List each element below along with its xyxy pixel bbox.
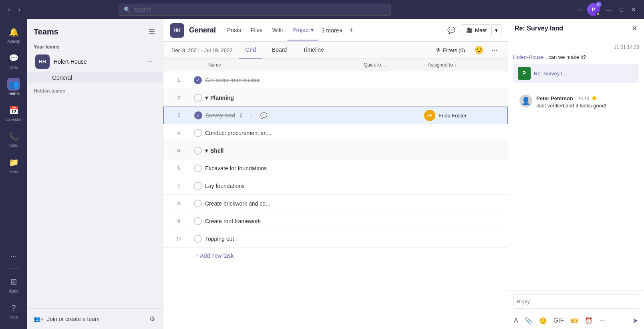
- panel-close-button[interactable]: ✕: [632, 24, 638, 33]
- help-icon: ?: [7, 301, 20, 314]
- reply-meta: Peter Peterson 16:13: [536, 95, 606, 102]
- table-row[interactable]: 6 Excavate for foundations: [163, 159, 508, 177]
- table-row[interactable]: 4 Conduct procurement an...: [163, 124, 508, 142]
- sidebar-item-teams[interactable]: 👥 Teams: [1, 75, 26, 99]
- sidebar-item-calendar[interactable]: 📅 Calendar: [1, 101, 26, 125]
- more-options-button[interactable]: ···: [489, 44, 500, 57]
- empty-check[interactable]: [194, 182, 202, 190]
- join-team-label: Join or create a team: [47, 316, 100, 322]
- gif-button[interactable]: GIF: [551, 315, 567, 326]
- view-tab-timeline[interactable]: Timeline: [296, 42, 330, 59]
- chat-panel-icon[interactable]: 💬: [445, 24, 458, 36]
- row-checkbox[interactable]: ✓: [191, 111, 205, 119]
- table-row[interactable]: 8 Create brickwork and co...: [163, 195, 508, 212]
- task-name: Lay foundations: [205, 183, 360, 189]
- row-checkbox[interactable]: [191, 164, 205, 172]
- empty-check[interactable]: [194, 200, 202, 208]
- schedule-button[interactable]: ⏰: [582, 315, 595, 326]
- team-more-button[interactable]: ···: [145, 57, 155, 66]
- sidebar-item-files[interactable]: 📁 Files: [1, 153, 26, 177]
- message-text: , can we make it?: [545, 54, 586, 60]
- sticker-button[interactable]: 🎫: [568, 315, 581, 326]
- search-input[interactable]: [134, 6, 386, 13]
- message-header: 11.01 14:38: [513, 43, 639, 53]
- table-row[interactable]: 2 ▾ Planning: [163, 89, 508, 107]
- more-toolbar-button[interactable]: ···: [597, 315, 607, 326]
- table-row[interactable]: 1 ✓ Get order from builder: [163, 71, 508, 89]
- emoji-button[interactable]: 🙂: [472, 43, 486, 57]
- tab-more[interactable]: 3 more ▾: [318, 21, 346, 40]
- meet-button[interactable]: 🎥 Meet: [461, 24, 492, 36]
- sidebar-menu-button[interactable]: ☰: [147, 26, 157, 38]
- sidebar-title: Teams: [34, 27, 58, 36]
- table-row[interactable]: 7 Lay foundations: [163, 177, 508, 195]
- sidebar-item-help[interactable]: ? Help: [1, 298, 26, 323]
- col-assigned-header[interactable]: Assigned to ↓: [425, 59, 505, 71]
- title-bar-right: ··· P P — □ ✕: [578, 3, 639, 16]
- format-button[interactable]: A: [511, 315, 521, 326]
- row-checkbox[interactable]: [191, 94, 205, 102]
- table-row[interactable]: 10 Topping out: [163, 230, 508, 248]
- your-teams-label: Your teams: [27, 41, 163, 51]
- row-number: 6: [167, 166, 191, 171]
- empty-check[interactable]: [194, 147, 202, 155]
- table-row[interactable]: 9 Create roof framework: [163, 212, 508, 230]
- title-bar-ellipsis-button[interactable]: ···: [578, 6, 584, 14]
- add-tab-button[interactable]: +: [346, 22, 357, 38]
- table-row[interactable]: 3 ✓ Survey land ℹ ⋮ 💬 FF Frida Foster: [163, 107, 508, 124]
- task-menu-button[interactable]: ⋮: [247, 111, 256, 119]
- row-checkbox[interactable]: [191, 147, 205, 155]
- message-card[interactable]: P Re: Survey l...: [513, 64, 639, 83]
- row-checkbox[interactable]: [191, 129, 205, 137]
- sidebar-item-apps[interactable]: ⊞ Apps: [1, 272, 26, 297]
- back-button[interactable]: ‹: [5, 4, 13, 15]
- tab-files[interactable]: Files: [246, 20, 268, 40]
- row-checkbox[interactable]: [191, 217, 205, 225]
- close-button[interactable]: ✕: [628, 5, 639, 14]
- empty-check[interactable]: [194, 164, 202, 172]
- row-checkbox[interactable]: [191, 182, 205, 190]
- sidebar-item-chat[interactable]: 💬 Chat: [1, 48, 26, 73]
- sidebar-item-activity[interactable]: 🔔 Activity: [1, 22, 26, 47]
- team-name: Holert-House: [54, 59, 141, 65]
- sidebar-item-calls[interactable]: 📞 Calls: [1, 127, 26, 151]
- view-tab-grid[interactable]: Grid: [239, 42, 262, 59]
- done-check[interactable]: ✓: [194, 111, 202, 119]
- view-tab-board[interactable]: Board: [266, 42, 293, 59]
- tab-posts[interactable]: Posts: [222, 20, 246, 40]
- col-name-header[interactable]: Name ↓: [205, 59, 360, 71]
- empty-check[interactable]: [194, 217, 202, 225]
- row-checkbox[interactable]: ✓: [191, 76, 205, 84]
- attach-button[interactable]: 📎: [522, 315, 535, 326]
- empty-check[interactable]: [194, 235, 202, 243]
- user-avatar-container[interactable]: P P: [587, 3, 600, 16]
- minimize-button[interactable]: —: [603, 5, 615, 14]
- empty-check[interactable]: [194, 129, 202, 137]
- channel-item-general[interactable]: General: [27, 72, 163, 83]
- window-controls: — □ ✕: [603, 5, 639, 14]
- send-button[interactable]: ➤: [630, 315, 641, 327]
- settings-button[interactable]: ⚙: [148, 313, 157, 324]
- sidebar-item-more[interactable]: ···: [1, 246, 26, 265]
- row-checkbox[interactable]: [191, 200, 205, 208]
- filter-button[interactable]: ⚗ Filters (0): [432, 45, 469, 56]
- done-check[interactable]: ✓: [194, 76, 202, 84]
- maximize-button[interactable]: □: [617, 5, 626, 14]
- col-quick-header[interactable]: Quick lo... ↓: [360, 59, 425, 71]
- table-row[interactable]: 5 ▾ Shell: [163, 142, 508, 159]
- add-task-row[interactable]: + Add new task: [163, 248, 508, 264]
- team-item-holert-house[interactable]: HH Holert-House ···: [29, 51, 161, 72]
- forward-button[interactable]: ›: [15, 4, 23, 15]
- tab-wiki[interactable]: Wiki: [268, 20, 288, 40]
- meet-dropdown-button[interactable]: ▾: [492, 24, 501, 36]
- join-team-button[interactable]: 👥+ Join or create a team: [34, 316, 145, 322]
- emoji-panel-button[interactable]: 🙂: [537, 315, 549, 326]
- row-checkbox[interactable]: [191, 235, 205, 243]
- comment-icon-button[interactable]: 💬: [259, 111, 269, 119]
- calls-icon: 📞: [7, 130, 20, 143]
- info-icon-button[interactable]: ℹ: [238, 111, 244, 119]
- reply-input[interactable]: [513, 294, 639, 309]
- tab-project[interactable]: Project ▾: [288, 20, 318, 40]
- message-link[interactable]: Holert-House: [513, 54, 544, 60]
- empty-check[interactable]: [194, 94, 202, 102]
